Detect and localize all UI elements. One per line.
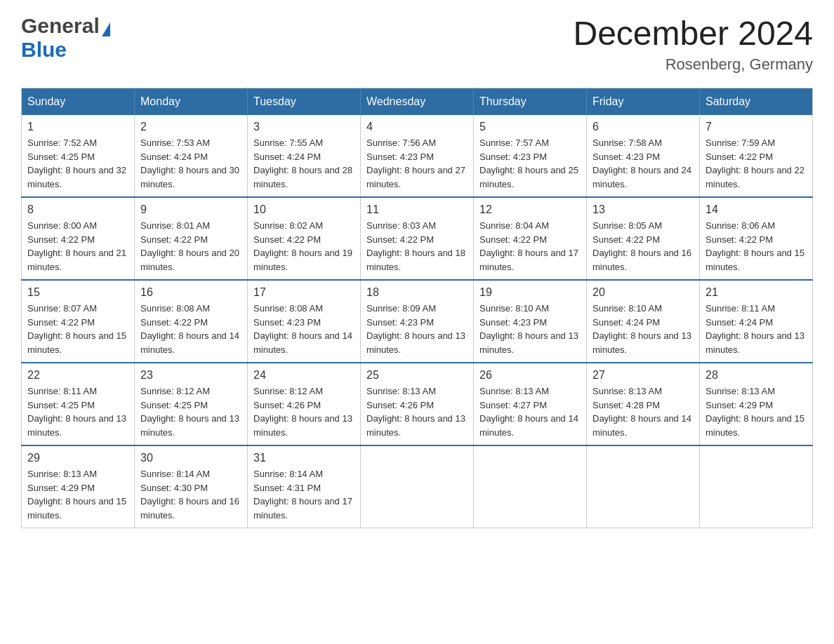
calendar-cell [361, 445, 474, 528]
day-number: 14 [706, 203, 807, 216]
day-info: Sunrise: 8:14 AMSunset: 4:31 PMDaylight:… [253, 467, 355, 522]
calendar-cell: 30Sunrise: 8:14 AMSunset: 4:30 PMDayligh… [135, 445, 248, 528]
day-number: 31 [253, 452, 355, 464]
day-info: Sunrise: 8:10 AMSunset: 4:23 PMDaylight:… [479, 302, 581, 356]
day-info: Sunrise: 8:13 AMSunset: 4:29 PMDaylight:… [706, 384, 807, 439]
calendar-cell: 16Sunrise: 8:08 AMSunset: 4:22 PMDayligh… [135, 280, 248, 363]
logo-blue-text: Blue [21, 38, 67, 62]
day-number: 24 [253, 369, 355, 382]
calendar-cell: 5Sunrise: 7:57 AMSunset: 4:23 PMDaylight… [474, 115, 587, 197]
calendar-cell: 11Sunrise: 8:03 AMSunset: 4:22 PMDayligh… [361, 197, 474, 280]
day-number: 11 [366, 203, 468, 216]
calendar-cell: 1Sunrise: 7:52 AMSunset: 4:25 PMDaylight… [22, 115, 135, 197]
day-info: Sunrise: 8:13 AMSunset: 4:26 PMDaylight:… [366, 384, 468, 439]
day-info: Sunrise: 8:01 AMSunset: 4:22 PMDaylight:… [140, 219, 241, 274]
header-saturday: Saturday [700, 88, 813, 116]
calendar-cell [474, 445, 587, 528]
day-info: Sunrise: 8:02 AMSunset: 4:22 PMDaylight:… [253, 219, 355, 274]
day-info: Sunrise: 8:11 AMSunset: 4:24 PMDaylight:… [706, 302, 807, 356]
day-number: 22 [27, 369, 128, 382]
title-section: December 2024 Rosenberg, Germany [573, 14, 813, 74]
day-info: Sunrise: 8:07 AMSunset: 4:22 PMDaylight:… [27, 302, 128, 356]
day-info: Sunrise: 7:56 AMSunset: 4:23 PMDaylight:… [366, 136, 468, 191]
header-wednesday: Wednesday [361, 88, 474, 116]
calendar-cell: 25Sunrise: 8:13 AMSunset: 4:26 PMDayligh… [361, 363, 474, 445]
day-info: Sunrise: 8:05 AMSunset: 4:22 PMDaylight:… [593, 219, 694, 274]
day-number: 18 [366, 286, 468, 299]
day-number: 28 [706, 369, 807, 382]
day-info: Sunrise: 7:52 AMSunset: 4:25 PMDaylight:… [27, 136, 128, 191]
day-number: 3 [253, 121, 355, 133]
calendar-week-row: 22Sunrise: 8:11 AMSunset: 4:25 PMDayligh… [22, 363, 813, 445]
header-tuesday: Tuesday [248, 88, 361, 116]
day-number: 19 [479, 286, 581, 299]
calendar-cell: 19Sunrise: 8:10 AMSunset: 4:23 PMDayligh… [474, 280, 587, 363]
day-info: Sunrise: 8:08 AMSunset: 4:22 PMDaylight:… [140, 302, 241, 356]
day-number: 4 [366, 121, 468, 133]
calendar-cell: 4Sunrise: 7:56 AMSunset: 4:23 PMDaylight… [361, 115, 474, 197]
logo: General Blue [21, 14, 110, 62]
header-friday: Friday [587, 88, 700, 116]
calendar-cell: 20Sunrise: 8:10 AMSunset: 4:24 PMDayligh… [587, 280, 700, 363]
day-number: 9 [140, 203, 241, 216]
day-info: Sunrise: 8:13 AMSunset: 4:27 PMDaylight:… [479, 384, 581, 439]
calendar-cell [587, 445, 700, 528]
location-title: Rosenberg, Germany [573, 55, 813, 74]
calendar-week-row: 15Sunrise: 8:07 AMSunset: 4:22 PMDayligh… [22, 280, 813, 363]
day-number: 10 [253, 203, 355, 216]
calendar-cell: 2Sunrise: 7:53 AMSunset: 4:24 PMDaylight… [135, 115, 248, 197]
day-info: Sunrise: 8:12 AMSunset: 4:26 PMDaylight:… [253, 384, 355, 439]
day-number: 8 [27, 203, 128, 216]
day-number: 29 [27, 452, 128, 464]
day-info: Sunrise: 8:06 AMSunset: 4:22 PMDaylight:… [706, 219, 807, 274]
day-number: 7 [706, 121, 807, 133]
day-number: 15 [27, 286, 128, 299]
calendar-cell: 15Sunrise: 8:07 AMSunset: 4:22 PMDayligh… [22, 280, 135, 363]
page-header: General Blue December 2024 Rosenberg, Ge… [21, 14, 813, 74]
calendar-cell: 10Sunrise: 8:02 AMSunset: 4:22 PMDayligh… [248, 197, 361, 280]
header-thursday: Thursday [474, 88, 587, 116]
day-info: Sunrise: 8:03 AMSunset: 4:22 PMDaylight:… [366, 219, 468, 274]
calendar-cell: 7Sunrise: 7:59 AMSunset: 4:22 PMDaylight… [700, 115, 813, 197]
calendar-cell: 17Sunrise: 8:08 AMSunset: 4:23 PMDayligh… [248, 280, 361, 363]
header-sunday: Sunday [22, 88, 135, 116]
calendar-cell: 8Sunrise: 8:00 AMSunset: 4:22 PMDaylight… [22, 197, 135, 280]
calendar-cell: 13Sunrise: 8:05 AMSunset: 4:22 PMDayligh… [587, 197, 700, 280]
day-number: 23 [140, 369, 241, 382]
day-info: Sunrise: 7:58 AMSunset: 4:23 PMDaylight:… [593, 136, 694, 191]
day-info: Sunrise: 8:08 AMSunset: 4:23 PMDaylight:… [253, 302, 355, 356]
day-number: 26 [479, 369, 581, 382]
calendar-cell: 28Sunrise: 8:13 AMSunset: 4:29 PMDayligh… [700, 363, 813, 445]
day-info: Sunrise: 8:12 AMSunset: 4:25 PMDaylight:… [140, 384, 241, 439]
calendar-cell [700, 445, 813, 528]
day-number: 6 [593, 121, 694, 133]
calendar-week-row: 1Sunrise: 7:52 AMSunset: 4:25 PMDaylight… [22, 115, 813, 197]
calendar-cell: 12Sunrise: 8:04 AMSunset: 4:22 PMDayligh… [474, 197, 587, 280]
calendar-week-row: 8Sunrise: 8:00 AMSunset: 4:22 PMDaylight… [22, 197, 813, 280]
day-number: 2 [140, 121, 241, 133]
day-number: 17 [253, 286, 355, 299]
day-number: 21 [706, 286, 807, 299]
calendar-table: SundayMondayTuesdayWednesdayThursdayFrid… [21, 88, 813, 528]
calendar-cell: 6Sunrise: 7:58 AMSunset: 4:23 PMDaylight… [587, 115, 700, 197]
day-info: Sunrise: 8:11 AMSunset: 4:25 PMDaylight:… [27, 384, 128, 439]
day-number: 20 [593, 286, 694, 299]
day-number: 30 [140, 452, 241, 464]
day-number: 27 [593, 369, 694, 382]
calendar-cell: 14Sunrise: 8:06 AMSunset: 4:22 PMDayligh… [700, 197, 813, 280]
calendar-cell: 23Sunrise: 8:12 AMSunset: 4:25 PMDayligh… [135, 363, 248, 445]
calendar-cell: 24Sunrise: 8:12 AMSunset: 4:26 PMDayligh… [248, 363, 361, 445]
day-number: 25 [366, 369, 468, 382]
day-info: Sunrise: 7:53 AMSunset: 4:24 PMDaylight:… [140, 136, 241, 191]
header-monday: Monday [135, 88, 248, 116]
day-info: Sunrise: 8:00 AMSunset: 4:22 PMDaylight:… [27, 219, 128, 274]
day-info: Sunrise: 8:09 AMSunset: 4:23 PMDaylight:… [366, 302, 468, 356]
calendar-cell: 21Sunrise: 8:11 AMSunset: 4:24 PMDayligh… [700, 280, 813, 363]
logo-triangle-icon [102, 22, 110, 36]
calendar-cell: 29Sunrise: 8:13 AMSunset: 4:29 PMDayligh… [22, 445, 135, 528]
day-number: 16 [140, 286, 241, 299]
day-number: 13 [593, 203, 694, 216]
calendar-cell: 9Sunrise: 8:01 AMSunset: 4:22 PMDaylight… [135, 197, 248, 280]
day-info: Sunrise: 7:59 AMSunset: 4:22 PMDaylight:… [706, 136, 807, 191]
logo-general-text: General [21, 14, 100, 38]
